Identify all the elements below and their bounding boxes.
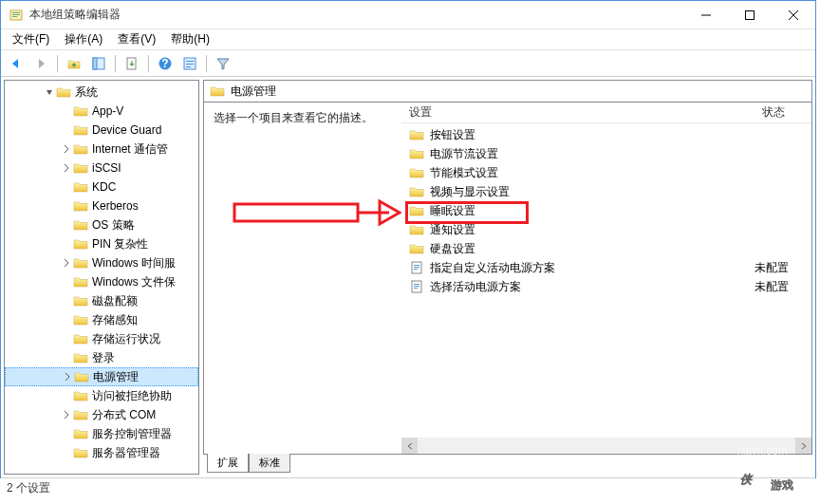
tree-label: OS 策略	[92, 217, 135, 233]
list-row[interactable]: 按钮设置	[401, 125, 811, 144]
tree-row[interactable]: 服务控制管理器	[5, 424, 198, 443]
tree-row[interactable]: OS 策略	[5, 215, 198, 234]
list-row[interactable]: 硬盘设置	[401, 239, 811, 258]
list-label: 睡眠设置	[430, 203, 755, 219]
tree-row[interactable]: 分布式 COM	[5, 405, 198, 424]
tree-row[interactable]: 登录	[5, 348, 198, 367]
back-button[interactable]	[5, 52, 28, 75]
content-area: 选择一个项目来查看它的描述。 设置 状态 按钮设置电源节流设置节能模式设置视频与…	[203, 103, 812, 455]
chevron-right-icon[interactable]	[61, 370, 74, 383]
column-state[interactable]: 状态	[755, 104, 811, 121]
tree-label: KDC	[92, 180, 116, 194]
list-row[interactable]: 选择活动电源方案未配置	[401, 277, 811, 296]
list-label: 指定自定义活动电源方案	[430, 260, 755, 276]
chevron-right-icon[interactable]	[60, 256, 73, 270]
menu-view[interactable]: 查看(V)	[110, 29, 163, 49]
menubar: 文件(F) 操作(A) 查看(V) 帮助(H)	[1, 29, 815, 50]
maximize-button[interactable]	[728, 1, 772, 28]
list-column: 设置 状态 按钮设置电源节流设置节能模式设置视频与显示设置睡眠设置通知设置硬盘设…	[401, 103, 811, 454]
list-header: 设置 状态	[401, 103, 811, 123]
list-label: 节能模式设置	[430, 165, 755, 181]
tree-label: 服务器管理器	[92, 445, 160, 461]
svg-rect-1	[12, 12, 20, 13]
list-label: 通知设置	[430, 222, 755, 238]
menu-help[interactable]: 帮助(H)	[163, 29, 217, 49]
tree-label: 访问被拒绝协助	[92, 388, 172, 404]
tree-label: Windows 文件保	[92, 274, 176, 290]
svg-rect-4	[746, 10, 755, 19]
chevron-right-icon[interactable]	[60, 142, 73, 156]
tree-row[interactable]: 存储运行状况	[5, 329, 198, 348]
tree-label: 登录	[92, 350, 115, 366]
forward-button[interactable]	[29, 52, 52, 75]
tree-row[interactable]: Windows 文件保	[5, 272, 198, 291]
list-row[interactable]: 睡眠设置	[401, 201, 811, 220]
tree-row-root[interactable]: 系统	[5, 83, 198, 102]
svg-rect-11	[186, 61, 194, 62]
tree-row[interactable]: Kerberos	[5, 196, 198, 215]
properties-button[interactable]	[178, 52, 201, 75]
list-label: 按钮设置	[430, 127, 755, 143]
svg-rect-13	[186, 66, 191, 67]
svg-rect-15	[414, 265, 419, 266]
show-hide-tree-button[interactable]	[87, 52, 110, 75]
tree-row[interactable]: Windows 时间服	[5, 253, 198, 272]
tree-row[interactable]: Device Guard	[5, 121, 198, 140]
list-state: 未配置	[755, 279, 811, 295]
svg-rect-6	[93, 58, 97, 69]
list-row[interactable]: 电源节流设置	[401, 144, 811, 163]
chevron-right-icon[interactable]	[60, 161, 73, 175]
svg-rect-2	[12, 14, 20, 15]
svg-rect-17	[414, 269, 418, 270]
tab-extended[interactable]: 扩展	[207, 454, 249, 473]
minimize-button[interactable]	[684, 1, 728, 28]
menu-file[interactable]: 文件(F)	[5, 29, 57, 49]
tree-row[interactable]: iSCSI	[5, 159, 198, 177]
list-row[interactable]: 通知设置	[401, 220, 811, 239]
tree-row[interactable]: KDC	[5, 177, 198, 196]
tree-row[interactable]: 电源管理	[5, 367, 198, 386]
chevron-right-icon[interactable]	[60, 408, 73, 421]
tree-label: 磁盘配额	[92, 293, 138, 309]
list-body: 按钮设置电源节流设置节能模式设置视频与显示设置睡眠设置通知设置硬盘设置指定自定义…	[401, 123, 811, 298]
scroll-right-button[interactable]	[795, 438, 811, 454]
description-text: 选择一个项目来查看它的描述。	[214, 111, 373, 124]
svg-rect-16	[414, 267, 419, 268]
description-column: 选择一个项目来查看它的描述。	[204, 103, 401, 454]
chevron-down-icon[interactable]	[43, 85, 56, 99]
tree-row[interactable]: Internet 通信管	[5, 140, 198, 159]
tree-row[interactable]: 服务器管理器	[5, 443, 198, 462]
tree-row[interactable]: 存储感知	[5, 310, 198, 329]
export-button[interactable]	[121, 52, 143, 75]
menu-action[interactable]: 操作(A)	[57, 29, 110, 49]
tree-row[interactable]: 访问被拒绝协助	[5, 386, 198, 405]
tree-label: 存储感知	[92, 312, 138, 328]
scroll-left-button[interactable]	[401, 438, 418, 454]
column-setting[interactable]: 设置	[401, 104, 755, 121]
tree-label: 系统	[75, 84, 98, 101]
tree-row[interactable]: PIN 复杂性	[5, 234, 198, 253]
tree-label: 存储运行状况	[92, 331, 160, 347]
horizontal-scrollbar[interactable]	[401, 438, 811, 454]
list-row[interactable]: 指定自定义活动电源方案未配置	[401, 258, 811, 277]
tree-panel[interactable]: 系统App-VDevice GuardInternet 通信管iSCSIKDCK…	[4, 80, 199, 475]
list-label: 选择活动电源方案	[430, 279, 755, 295]
filter-button[interactable]	[212, 52, 234, 75]
help-button[interactable]: ?	[154, 52, 177, 75]
up-button[interactable]	[63, 52, 85, 75]
tree-label: 分布式 COM	[92, 407, 156, 423]
list-row[interactable]: 视频与显示设置	[401, 182, 811, 201]
tree-label: iSCSI	[92, 161, 121, 175]
tree-label: Device Guard	[92, 123, 161, 137]
tree: 系统App-VDevice GuardInternet 通信管iSCSIKDCK…	[5, 81, 198, 464]
tree-label: PIN 复杂性	[92, 236, 148, 252]
close-button[interactable]	[772, 1, 815, 28]
tree-row[interactable]: App-V	[5, 102, 198, 121]
tree-label: Windows 时间服	[92, 255, 176, 271]
list-row[interactable]: 节能模式设置	[401, 163, 811, 182]
list-state: 未配置	[755, 260, 811, 276]
tab-standard[interactable]: 标准	[249, 454, 290, 473]
tree-row[interactable]: 磁盘配额	[5, 291, 198, 310]
right-panel: 电源管理 选择一个项目来查看它的描述。 设置 状态 按钮设置电源节流设置节能模式…	[203, 80, 812, 475]
toolbar-separator	[57, 55, 58, 72]
